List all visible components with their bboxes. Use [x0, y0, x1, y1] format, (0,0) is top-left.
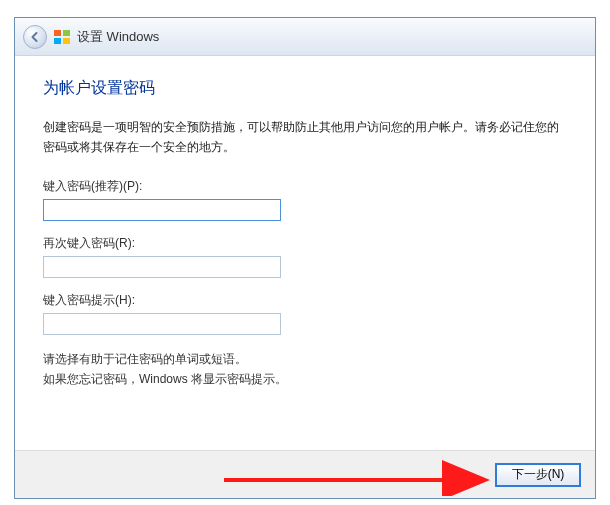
password-hint-field-group: 键入密码提示(H): — [43, 292, 567, 335]
password-input[interactable] — [43, 199, 281, 221]
back-button[interactable] — [23, 25, 47, 49]
titlebar: 设置 Windows — [15, 18, 595, 56]
page-description: 创建密码是一项明智的安全预防措施，可以帮助防止其他用户访问您的用户帐户。请务必记… — [43, 117, 567, 158]
footer-bar: 下一步(N) — [15, 450, 595, 498]
password-hint-input[interactable] — [43, 313, 281, 335]
password-label: 键入密码(推荐)(P): — [43, 178, 567, 195]
next-button[interactable]: 下一步(N) — [495, 463, 581, 487]
page-heading: 为帐户设置密码 — [43, 78, 567, 99]
password-hint-label: 键入密码提示(H): — [43, 292, 567, 309]
back-arrow-icon — [29, 31, 41, 43]
confirm-password-label: 再次键入密码(R): — [43, 235, 567, 252]
password-field-group: 键入密码(推荐)(P): — [43, 178, 567, 221]
helper-line-2: 如果您忘记密码，Windows 将显示密码提示。 — [43, 369, 567, 389]
setup-window: 设置 Windows 为帐户设置密码 创建密码是一项明智的安全预防措施，可以帮助… — [14, 17, 596, 499]
window-title: 设置 Windows — [77, 28, 159, 46]
helper-line-1: 请选择有助于记住密码的单词或短语。 — [43, 349, 567, 369]
windows-logo-icon — [53, 29, 71, 45]
helper-text: 请选择有助于记住密码的单词或短语。 如果您忘记密码，Windows 将显示密码提… — [43, 349, 567, 390]
confirm-password-input[interactable] — [43, 256, 281, 278]
content-area: 为帐户设置密码 创建密码是一项明智的安全预防措施，可以帮助防止其他用户访问您的用… — [15, 56, 595, 450]
confirm-password-field-group: 再次键入密码(R): — [43, 235, 567, 278]
